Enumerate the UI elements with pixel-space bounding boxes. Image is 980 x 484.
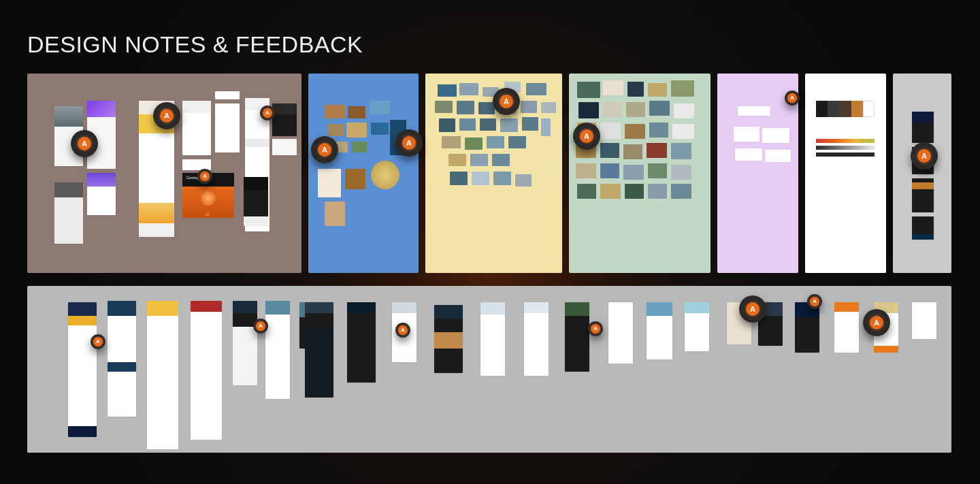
photo-tile [623,144,642,159]
mockup-thumb[interactable] [480,302,505,376]
photo-tile [627,82,644,97]
annotation-marker[interactable] [739,295,766,323]
canvas-stage[interactable]: Coming Soon [0,0,980,484]
photo-tile [371,161,399,189]
mockup-thumb[interactable] [795,302,819,353]
photo-tile [500,118,518,132]
annotation-marker[interactable] [197,169,212,184]
photo-tile [648,184,667,199]
mockup-thumb[interactable] [54,182,83,244]
photo-tile [346,123,367,138]
mockup-thumb[interactable] [524,302,549,376]
photo-tile [439,118,455,132]
mockup-thumb[interactable] [834,302,859,353]
mockup-thumb[interactable] [912,216,934,240]
photo-tile [603,80,623,95]
photo-tile [352,142,367,152]
sticky-note[interactable] [738,106,770,116]
photo-tile [470,154,488,166]
sticky-note[interactable] [734,127,760,142]
annotation-marker[interactable] [395,323,410,338]
mockup-thumb[interactable] [272,103,297,136]
mockup-thumb[interactable] [685,302,709,351]
palette-row [816,101,875,117]
panel-moodboard-green[interactable] [569,74,710,273]
photo-tile [450,172,468,185]
photo-tile [648,163,667,178]
photo-tile [600,123,621,139]
mockup-thumb[interactable] [87,173,116,215]
photo-tile [674,103,694,118]
photo-tile [541,118,551,136]
annotation-marker[interactable] [91,334,105,349]
sticky-note[interactable] [765,150,791,162]
mockup-thumb[interactable] [912,302,936,339]
mockup-thumb[interactable] [182,101,211,155]
photo-tile [671,184,691,199]
photo-tile [348,106,365,118]
gradient-bar [816,146,875,150]
panel-designs-strip[interactable] [27,286,951,453]
photo-tile [623,165,644,180]
annotation-marker[interactable] [260,106,275,120]
photo-tile [578,102,599,118]
panel-wireframes[interactable] [893,74,951,273]
panel-moodboard-blue[interactable] [308,74,419,273]
photo-tile [492,154,510,166]
annotation-marker[interactable] [311,136,338,163]
photo-tile [672,124,694,139]
annotation-marker[interactable] [911,142,938,170]
mockup-thumb[interactable] [608,302,633,364]
photo-tile [600,143,619,158]
photo-tile [515,174,532,187]
mockup-thumb[interactable] [434,305,463,373]
mockup-thumb[interactable] [191,301,222,440]
annotation-marker[interactable] [785,91,800,106]
mockup-thumb[interactable] [147,301,178,449]
mockup-thumb[interactable] [215,103,240,152]
annotation-marker[interactable] [493,88,520,115]
photo-tile [649,101,670,116]
mockup-thumb[interactable] [68,302,97,437]
mockup-thumb[interactable] [108,301,136,417]
annotation-marker[interactable] [395,129,423,157]
mockup-thumb[interactable] [265,301,290,399]
annotation-marker[interactable] [573,123,600,150]
photo-tile [371,123,389,135]
annotation-marker[interactable] [863,309,890,336]
sticky-note[interactable] [735,148,762,161]
photo-tile [448,154,466,166]
mockup-thumb[interactable] [565,302,589,372]
panel-notes-lilac[interactable] [717,74,798,273]
photo-tile [508,136,526,148]
mockup-thumb[interactable] [912,178,934,212]
panel-styleguide[interactable] [805,74,886,273]
dot-indicator [206,212,210,216]
photo-tile [521,101,537,113]
photo-tile [541,102,556,113]
annotation-marker[interactable] [71,130,98,157]
mockup-thumb[interactable] [647,302,672,359]
photo-tile [438,84,457,97]
annotation-marker[interactable] [588,321,603,336]
annotation-marker[interactable] [807,294,822,309]
mockup-thumb[interactable] [272,139,297,155]
photo-tile [648,83,667,97]
photo-tile [327,124,344,136]
annotation-marker[interactable] [253,319,268,334]
mockup-thumb[interactable] [912,112,934,143]
photo-tile [600,163,619,178]
mockup-thumb[interactable] [215,91,240,99]
photo-tile [625,184,644,199]
photo-tile [345,169,365,189]
mockup-thumb[interactable] [233,301,257,385]
photo-tile [472,172,489,185]
mockup-thumb[interactable] [305,302,333,398]
mockup-thumb[interactable] [244,177,268,226]
sticky-note[interactable] [762,128,789,143]
photo-tile [480,118,496,131]
annotation-marker[interactable] [153,102,180,129]
mockup-thumb[interactable] [347,302,376,383]
photo-tile [603,102,622,117]
gradient-bar [816,139,875,143]
